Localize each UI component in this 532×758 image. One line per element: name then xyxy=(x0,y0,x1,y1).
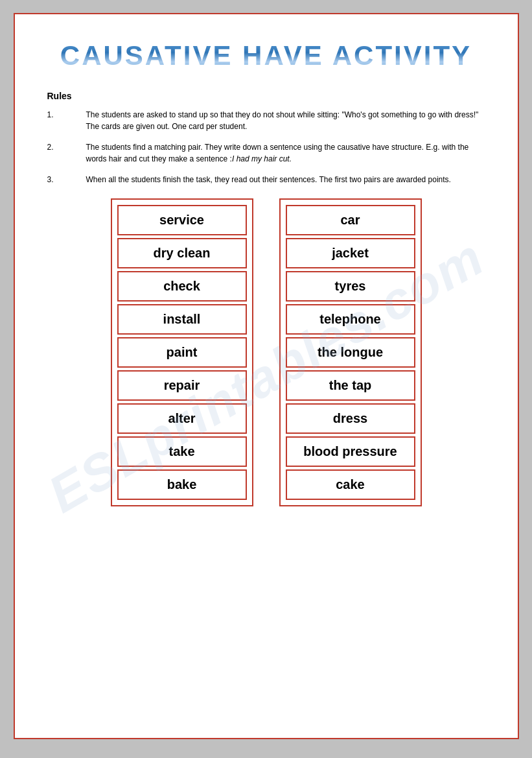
right-card-item-4: the longue xyxy=(286,337,415,368)
left-card-item-6: alter xyxy=(117,403,247,434)
right-card-column: carjackettyrestelephonethe longuethe tap… xyxy=(279,198,422,506)
rule-number-2: 2. xyxy=(47,141,80,165)
left-card-item-5: repair xyxy=(117,370,247,401)
rule-1: 1. The students are asked to stand up so… xyxy=(47,109,485,132)
left-card-item-2: check xyxy=(117,271,247,302)
right-card-item-7: blood pressure xyxy=(286,436,415,467)
left-card-item-3: install xyxy=(117,304,247,335)
right-card-item-2: tyres xyxy=(286,271,415,302)
rule-text-2: The students find a matching pair. They … xyxy=(86,141,485,165)
right-card-item-5: the tap xyxy=(286,370,415,401)
rule-2: 2. The students find a matching pair. Th… xyxy=(47,141,485,165)
left-card-item-4: paint xyxy=(117,337,247,368)
rule-text-1: The students are asked to stand up so th… xyxy=(86,109,485,132)
rule-number-1: 1. xyxy=(47,109,80,132)
rule-3: 3. When all the students finish the task… xyxy=(47,174,485,185)
right-card-item-0: car xyxy=(286,205,415,235)
rule-text-3: When all the students finish the task, t… xyxy=(86,174,485,185)
rules-heading: Rules xyxy=(47,91,485,101)
right-card-item-6: dress xyxy=(286,403,415,434)
right-card-item-1: jacket xyxy=(286,238,415,268)
left-card-item-0: service xyxy=(117,205,247,235)
page: ESLprintables.com CAUSATIVE HAVE ACTIVIT… xyxy=(14,13,519,739)
cards-section: servicedry cleancheckinstallpaintrepaira… xyxy=(47,198,485,506)
left-card-item-8: bake xyxy=(117,469,247,500)
left-card-item-1: dry clean xyxy=(117,238,247,268)
page-title: CAUSATIVE HAVE ACTIVITY xyxy=(47,40,485,71)
right-card-item-3: telephone xyxy=(286,304,415,335)
rule-number-3: 3. xyxy=(47,174,80,185)
left-card-item-7: take xyxy=(117,436,247,467)
left-card-column: servicedry cleancheckinstallpaintrepaira… xyxy=(111,198,253,506)
right-card-item-8: cake xyxy=(286,469,415,500)
